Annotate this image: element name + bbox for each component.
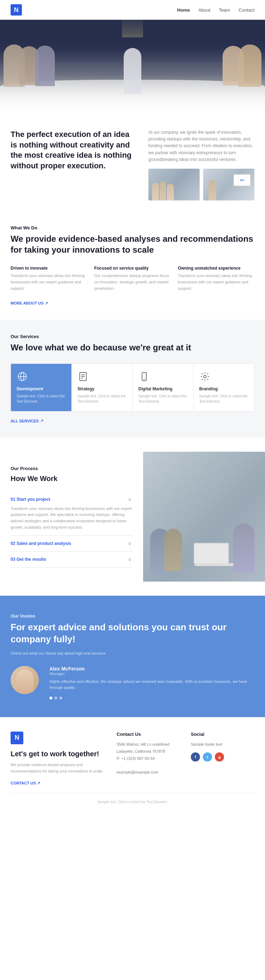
about-images: GO <box>148 169 254 200</box>
service-development-body: Sample text. Click to select the Text El… <box>17 393 66 404</box>
feature-0: Driven to innovate Transform your vision… <box>11 266 87 291</box>
wwd-label: What We Do <box>11 225 254 231</box>
vision-sub: Check out what our clients say about hig… <box>11 651 254 655</box>
nav-team[interactable]: Team <box>219 7 230 13</box>
footer-address: 5566 Walnut, Hill Ln undefined Lafayette… <box>117 741 180 776</box>
vision-dots <box>49 697 254 700</box>
googleplus-icon[interactable]: g <box>215 752 224 762</box>
process-label: Our Process <box>11 466 132 471</box>
accordion-step-2[interactable]: 02 Sales and product analysis ∨ <box>11 536 132 552</box>
feature-1-title: Focused on service quality <box>94 266 171 270</box>
accordion-step-3-header: 03 Get the results <box>11 557 46 562</box>
facebook-icon[interactable]: f <box>191 752 200 762</box>
feature-0-title: Driven to innovate <box>11 266 87 270</box>
about-image-1 <box>148 169 200 200</box>
nav-contact[interactable]: Contact <box>238 7 254 13</box>
service-strategy[interactable]: Strategy Sample text. Click to select th… <box>72 364 132 411</box>
globe-icon <box>17 371 28 382</box>
feature-2: Owning unmatched experience Transform yo… <box>178 266 254 291</box>
service-digital-marketing-title: Digital Marketing <box>139 387 188 391</box>
arrow-icon: ↗ <box>37 781 40 786</box>
footer-social-col: Social Sample footer text f t g <box>191 732 254 786</box>
more-about-us-link[interactable]: MORE ABOUT US ↗ <box>11 301 48 305</box>
services-label: Our Services <box>11 334 254 339</box>
svg-point-9 <box>204 375 206 378</box>
chevron-down-icon: ∨ <box>127 541 132 546</box>
feature-1: Focused on service quality Our comprehen… <box>94 266 171 291</box>
accordion-step-3[interactable]: 03 Get the results ∨ <box>11 552 132 568</box>
footer-brand: N Let's get to work together! We provide… <box>11 732 106 786</box>
accordion-step-1-body: Transform your visionary ideas into thri… <box>11 502 132 530</box>
footer-bottom-text: Sample text. Click to select the Text El… <box>97 800 168 804</box>
hero-section <box>0 20 265 111</box>
footer-logo: N <box>11 732 23 744</box>
vision-person-quote: Highly effective and effective: the stra… <box>49 679 254 691</box>
phone-icon <box>139 371 150 382</box>
vision-dot-1[interactable] <box>49 697 52 700</box>
about-section: The perfect execution of an idea is noth… <box>0 111 265 211</box>
footer-desc: We provide evidence-based analyses and r… <box>11 762 106 774</box>
vision-avatar <box>11 666 39 694</box>
feature-1-body: Our comprehensive startup programs focus… <box>94 273 171 291</box>
service-development[interactable]: Development Sample text. Click to select… <box>11 364 72 411</box>
footer-tagline: Let's get to work together! <box>11 749 106 758</box>
nav-about[interactable]: About <box>198 7 210 13</box>
accordion-step-2-header: 02 Sales and product analysis <box>11 541 71 546</box>
vision-headline: For expert advice and solutions you can … <box>11 622 254 646</box>
arrow-icon: ↗ <box>40 418 43 423</box>
feature-2-body: Transform your visionary ideas into thri… <box>178 273 254 291</box>
service-strategy-body: Sample text. Click to select the Text El… <box>77 393 126 404</box>
process-section: Our Process How We Work 01 Start you pro… <box>0 438 265 596</box>
service-strategy-title: Strategy <box>77 387 126 391</box>
vision-dot-3[interactable] <box>59 697 62 700</box>
process-headline: How We Work <box>11 474 132 483</box>
arrow-icon: ↗ <box>45 301 48 305</box>
what-we-do-section: What We Do We provide evidence-based ana… <box>0 211 265 320</box>
feature-0-body: Transform your visionary ideas into thri… <box>11 273 87 291</box>
service-development-title: Development <box>17 387 66 391</box>
social-icons: f t g <box>191 752 254 762</box>
twitter-icon[interactable]: t <box>203 752 212 762</box>
gear-icon <box>199 371 211 382</box>
vision-person-role: Manager <box>49 671 254 676</box>
chevron-up-icon: ∧ <box>127 496 132 502</box>
footer-social-title: Social <box>191 732 254 737</box>
feature-2-title: Owning unmatched experience <box>178 266 254 270</box>
chevron-down-icon-2: ∨ <box>127 557 132 562</box>
services-section: Our Services We love what we do because … <box>0 320 265 438</box>
footer-inner: N Let's get to work together! We provide… <box>11 732 254 786</box>
nav-home[interactable]: Home <box>177 7 190 13</box>
all-services-link[interactable]: ALL SERVICES ↗ <box>11 418 43 423</box>
vision-dot-2[interactable] <box>54 697 57 700</box>
features-grid: Driven to innovate Transform your vision… <box>11 266 254 291</box>
footer-social-sample: Sample footer text <box>191 741 254 748</box>
footer: N Let's get to work together! We provide… <box>0 717 265 818</box>
vision-section: Our Vusion For expert advice and solutio… <box>0 596 265 717</box>
process-left: Our Process How We Work 01 Start you pro… <box>0 452 143 582</box>
service-branding-title: Branding <box>199 387 248 391</box>
vision-inner: Alex McFerson Manager Highly effective a… <box>11 666 254 700</box>
about-image-2: GO <box>203 169 254 200</box>
footer-contact-link[interactable]: CONTACT US ↗ <box>11 781 40 786</box>
service-digital-marketing[interactable]: Digital Marketing Sample text. Click to … <box>133 364 194 411</box>
nav-logo: N <box>11 4 22 16</box>
service-digital-marketing-body: Sample text. Click to select the Text El… <box>139 393 188 404</box>
service-branding[interactable]: Branding Sample text. Click to select th… <box>194 364 254 411</box>
footer-contact-title: Contact Us <box>117 732 180 737</box>
vision-testimonial: Alex McFerson Manager Highly effective a… <box>49 666 254 700</box>
vision-label: Our Vusion <box>11 613 254 619</box>
footer-contact-col: Contact Us 5566 Walnut, Hill Ln undefine… <box>117 732 180 786</box>
services-headline: We love what we do because we're great a… <box>11 342 254 353</box>
about-body: At our company, we ignite the spark of i… <box>148 129 254 163</box>
wwd-headline: We provide evidence-based analyses and r… <box>11 233 254 255</box>
accordion-step-1[interactable]: 01 Start you project ∧ Transform your vi… <box>11 492 132 536</box>
footer-bottom: Sample text. Click to select the Text El… <box>11 792 254 811</box>
nav-links: Home About Team Contact <box>177 7 254 13</box>
accordion-step-1-header: 01 Start you project <box>11 497 50 502</box>
services-grid: Development Sample text. Click to select… <box>11 363 254 412</box>
about-left: The perfect execution of an idea is noth… <box>11 129 138 200</box>
service-branding-body: Sample text. Click to select the Text El… <box>199 393 248 404</box>
document-icon <box>77 371 89 382</box>
about-right: At our company, we ignite the spark of i… <box>148 129 254 200</box>
navbar: N Home About Team Contact <box>0 0 265 20</box>
